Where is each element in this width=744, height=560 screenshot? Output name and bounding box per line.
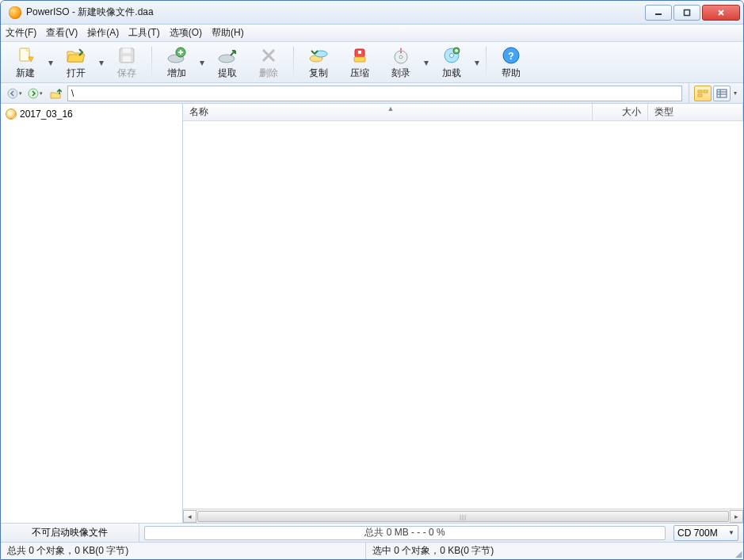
close-button[interactable] (702, 5, 740, 21)
copy-disc-icon (307, 45, 330, 66)
chevron-down-icon: ▼ (728, 529, 734, 536)
delete-button: 删除 (249, 44, 288, 81)
svg-rect-36 (717, 90, 727, 97)
svg-point-32 (29, 89, 38, 98)
view-options: ▾ (689, 83, 738, 104)
tree-root-item[interactable]: 2017_03_16 (4, 107, 179, 121)
list-panel: 名称 ▲ 大小 类型 ◂ ||| ▸ (183, 104, 743, 523)
nav-forward-button[interactable]: ▾ (26, 86, 44, 101)
extract-icon (216, 45, 238, 66)
help-icon: ? (500, 45, 522, 66)
app-icon (9, 6, 21, 19)
svg-point-14 (219, 55, 235, 63)
open-dropdown[interactable]: ▾ (97, 44, 105, 81)
extract-button[interactable]: 提取 (208, 44, 247, 81)
content-area: 2017_03_16 名称 ▲ 大小 类型 ◂ ||| ▸ (1, 104, 743, 523)
scroll-left-button[interactable]: ◂ (183, 510, 196, 523)
mount-icon (441, 45, 463, 66)
mount-dropdown[interactable]: ▾ (473, 44, 481, 81)
burn-icon (390, 45, 412, 66)
open-button[interactable]: 打开 (56, 44, 96, 81)
minimize-button[interactable] (645, 5, 672, 21)
new-dropdown[interactable]: ▾ (47, 44, 55, 81)
save-button: 保存 (107, 44, 147, 81)
sort-asc-icon: ▲ (387, 105, 395, 112)
open-folder-icon (65, 45, 87, 66)
scroll-track[interactable]: ||| (196, 510, 730, 523)
toolbar-separator (151, 47, 152, 78)
disc-icon (6, 109, 17, 120)
mount-button[interactable]: 加载 (432, 44, 471, 81)
menu-action[interactable]: 操作(A) (87, 26, 119, 40)
svg-point-31 (8, 89, 17, 98)
size-progress: 总共 0 MB - - - 0 % (144, 526, 666, 540)
scroll-right-button[interactable]: ▸ (730, 510, 743, 523)
window-title: PowerISO - 新建映像文件.daa (26, 6, 154, 19)
compress-icon (349, 45, 371, 66)
disc-size-combo[interactable]: CD 700M ▼ (673, 525, 738, 541)
svg-rect-21 (358, 51, 361, 54)
svg-text:?: ? (508, 51, 513, 62)
copy-button[interactable]: 复制 (299, 44, 338, 81)
column-size[interactable]: 大小 (593, 104, 648, 120)
new-file-icon (14, 45, 36, 66)
list-body[interactable] (183, 121, 743, 509)
view-dropdown[interactable]: ▾ (732, 90, 738, 97)
tree-panel[interactable]: 2017_03_16 (1, 104, 183, 523)
status-selected: 选中 0 个对象，0 KB(0 字节) (366, 544, 731, 558)
toolbar: 新建 ▾ 打开 ▾ 保存 增加 ▾ 提取 (1, 42, 743, 83)
navbar: ▾ ▾ \ ▾ (1, 83, 743, 104)
svg-point-23 (399, 55, 403, 59)
svg-rect-35 (698, 94, 702, 97)
svg-rect-8 (123, 48, 131, 53)
nav-back-button[interactable]: ▾ (6, 86, 23, 101)
nav-up-button[interactable] (47, 86, 64, 101)
view-list-button[interactable] (713, 86, 731, 101)
svg-rect-33 (698, 90, 702, 93)
column-type[interactable]: 类型 (648, 104, 743, 120)
resize-grip[interactable]: ◢ (731, 547, 743, 559)
menu-view[interactable]: 查看(V) (46, 26, 78, 40)
column-name[interactable]: 名称 ▲ (183, 104, 593, 120)
menu-options[interactable]: 选项(O) (170, 26, 202, 40)
add-dropdown[interactable]: ▾ (198, 44, 206, 81)
burn-button[interactable]: 刻录 (381, 44, 421, 81)
bootable-status[interactable]: 不可启动映像文件 (1, 524, 139, 542)
new-button[interactable]: 新建 (6, 44, 45, 81)
svg-rect-9 (123, 56, 131, 62)
titlebar[interactable]: PowerISO - 新建映像文件.daa (1, 1, 743, 25)
list-header: 名称 ▲ 大小 类型 (183, 104, 743, 121)
maximize-button[interactable] (673, 5, 700, 21)
menu-help[interactable]: 帮助(H) (212, 26, 244, 40)
app-window: PowerISO - 新建映像文件.daa 文件(F) 查看(V) 操作(A) … (0, 0, 744, 560)
burn-dropdown[interactable]: ▾ (422, 44, 430, 81)
status-bar-lower: 总共 0 个对象，0 KB(0 字节) 选中 0 个对象，0 KB(0 字节) … (1, 542, 743, 559)
save-icon (116, 45, 138, 66)
status-bar-upper: 不可启动映像文件 总共 0 MB - - - 0 % CD 700M ▼ (1, 523, 743, 542)
svg-point-25 (450, 53, 454, 57)
help-button[interactable]: ? 帮助 (491, 44, 531, 81)
svg-rect-20 (354, 57, 365, 62)
scroll-thumb[interactable]: ||| (197, 511, 729, 522)
svg-rect-1 (685, 10, 690, 15)
svg-rect-34 (704, 90, 708, 93)
menu-file[interactable]: 文件(F) (6, 26, 36, 40)
delete-icon (258, 45, 280, 66)
status-total: 总共 0 个对象，0 KB(0 字节) (1, 544, 365, 558)
compress-button[interactable]: 压缩 (340, 44, 380, 81)
horizontal-scrollbar[interactable]: ◂ ||| ▸ (183, 509, 743, 523)
add-button[interactable]: 增加 (157, 44, 196, 81)
add-icon (166, 45, 188, 66)
menu-tools[interactable]: 工具(T) (128, 26, 159, 40)
view-icons-button[interactable] (694, 86, 712, 101)
tree-item-label: 2017_03_16 (20, 109, 73, 120)
path-input[interactable]: \ (67, 86, 682, 101)
toolbar-separator (293, 47, 294, 78)
toolbar-separator (486, 47, 486, 78)
menubar: 文件(F) 查看(V) 操作(A) 工具(T) 选项(O) 帮助(H) (1, 25, 743, 42)
